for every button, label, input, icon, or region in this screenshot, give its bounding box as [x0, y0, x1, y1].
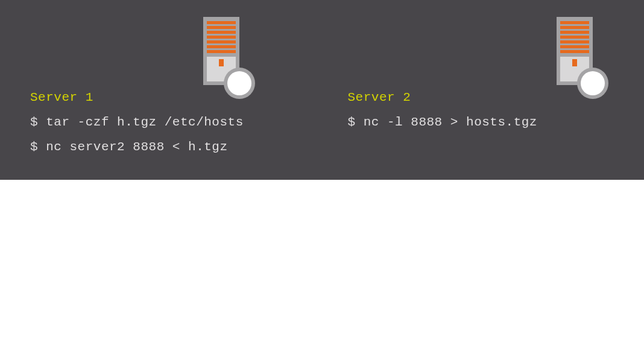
svg-rect-16	[560, 36, 589, 39]
svg-rect-19	[560, 50, 589, 53]
server-icon	[203, 17, 264, 104]
svg-point-23	[581, 71, 605, 95]
svg-rect-21	[572, 59, 577, 66]
server2-column: Server 2 $ nc -l 8888 > hosts.tgz	[327, 0, 645, 180]
server1-cmd-1: $ tar -czf h.tgz /etc/hosts	[30, 115, 327, 129]
svg-rect-4	[207, 36, 236, 39]
svg-rect-1	[207, 21, 236, 24]
server1-cmd-2: $ nc server2 8888 < h.tgz	[30, 140, 327, 154]
svg-rect-14	[560, 26, 589, 29]
svg-rect-5	[207, 40, 236, 43]
server1-title: Server 1	[30, 91, 327, 104]
server2-cmd-1: $ nc -l 8888 > hosts.tgz	[348, 115, 645, 129]
svg-point-11	[227, 71, 251, 95]
server-icon	[557, 17, 617, 104]
svg-rect-3	[207, 31, 236, 34]
svg-rect-9	[219, 59, 224, 66]
svg-rect-13	[560, 21, 589, 24]
svg-rect-7	[207, 50, 236, 53]
columns-container: Server 1 $ tar -czf h.tgz /etc/hosts $ n…	[0, 0, 644, 180]
server1-column: Server 1 $ tar -czf h.tgz /etc/hosts $ n…	[0, 0, 327, 180]
svg-rect-15	[560, 31, 589, 34]
svg-rect-17	[560, 40, 589, 43]
svg-rect-18	[560, 45, 589, 48]
terminal-panel: Server 1 $ tar -czf h.tgz /etc/hosts $ n…	[0, 0, 644, 180]
svg-rect-2	[207, 26, 236, 29]
svg-rect-6	[207, 45, 236, 48]
